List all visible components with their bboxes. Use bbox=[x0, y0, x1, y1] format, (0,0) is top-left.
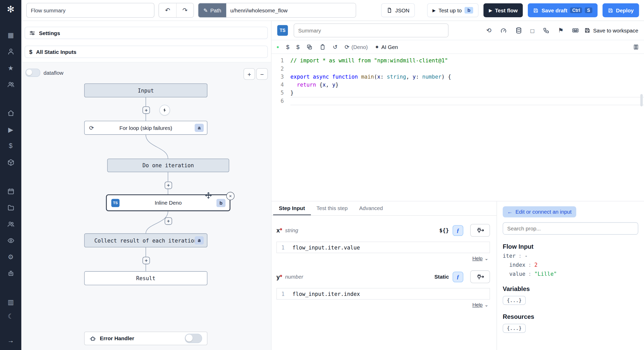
variables-object-chip[interactable]: {...} bbox=[503, 296, 526, 305]
tab-advanced[interactable]: Advanced bbox=[353, 201, 389, 215]
library-book-icon[interactable] bbox=[633, 44, 639, 50]
move-node-handle[interactable] bbox=[205, 192, 212, 199]
edit-connect-input-button[interactable]: ← Edit or connect an input bbox=[503, 206, 576, 217]
home-icon[interactable] bbox=[7, 109, 14, 117]
add-step-button[interactable]: + bbox=[142, 257, 150, 264]
all-static-inputs-button[interactable]: $ All Static Inputs bbox=[25, 46, 268, 58]
node-for-loop[interactable]: ⟳ For loop (skip failures) a bbox=[84, 121, 207, 135]
star-icon[interactable]: ★ bbox=[8, 64, 14, 72]
arg-expression-input[interactable]: 1 flow_input.iter.index bbox=[276, 288, 490, 300]
arg-expression-input[interactable]: 1 flow_input.iter.value bbox=[276, 241, 490, 253]
windmill-logo-icon[interactable]: ✻ bbox=[7, 4, 14, 15]
variables-dollar-icon[interactable]: $ bbox=[9, 142, 12, 150]
code-line[interactable]: } bbox=[290, 89, 644, 97]
node-result[interactable]: Result bbox=[84, 271, 207, 285]
audit-eye-icon[interactable] bbox=[7, 237, 14, 244]
flow-summary-input[interactable] bbox=[26, 3, 154, 18]
step-summary-input[interactable] bbox=[294, 23, 448, 37]
assets-dollar-icon[interactable]: $ bbox=[286, 44, 289, 50]
zoom-out-button[interactable]: − bbox=[256, 68, 268, 80]
workers-robot-icon[interactable] bbox=[7, 270, 14, 277]
reset-icon[interactable]: ↺ bbox=[333, 44, 338, 50]
copy-icon[interactable] bbox=[307, 44, 313, 50]
error-handler-toggle[interactable] bbox=[185, 334, 202, 343]
gauge-icon[interactable] bbox=[500, 27, 507, 34]
help-link[interactable]: Help bbox=[472, 256, 482, 261]
apps-grid-icon[interactable]: ▦ bbox=[7, 31, 14, 39]
connect-input-button[interactable] bbox=[470, 224, 490, 237]
code-line[interactable] bbox=[290, 97, 644, 105]
tab-step-input[interactable]: Step Input bbox=[273, 201, 311, 215]
resources-cube-icon[interactable] bbox=[7, 159, 14, 166]
save-to-workspace-button[interactable]: Save to workspace bbox=[584, 27, 638, 34]
code-line[interactable]: return {x, y} bbox=[290, 81, 644, 89]
connect-input-button[interactable] bbox=[470, 270, 490, 283]
prop-row-value[interactable]: value : "Lille" bbox=[503, 271, 638, 277]
help-link[interactable]: Help bbox=[472, 302, 482, 308]
zoom-in-button[interactable]: + bbox=[243, 68, 255, 80]
chevron-down-icon[interactable]: ⌄ bbox=[485, 256, 488, 261]
tab-test-this-step[interactable]: Test this step bbox=[311, 201, 353, 215]
add-step-button[interactable]: + bbox=[165, 217, 172, 225]
groups-icon[interactable] bbox=[7, 220, 14, 228]
test-flow-button[interactable]: ▶ Test flow bbox=[484, 3, 523, 17]
prop-row-iter[interactable]: iter : - bbox=[503, 253, 638, 259]
function-chip-icon[interactable]: ƒ bbox=[453, 271, 463, 282]
vars-dollar-icon[interactable]: $ bbox=[296, 44, 299, 50]
code-line[interactable] bbox=[290, 65, 644, 73]
tape-icon[interactable] bbox=[572, 27, 579, 34]
node-input[interactable]: Input bbox=[84, 84, 207, 97]
folders-icon[interactable] bbox=[7, 204, 14, 211]
docs-columns-icon[interactable]: ▥ bbox=[7, 298, 14, 306]
editor-header-icons: ⟲ □ ⚑ bbox=[486, 27, 579, 34]
static-mode-button[interactable]: Static bbox=[434, 274, 449, 280]
error-handler-row[interactable]: Error Handler bbox=[84, 332, 207, 345]
users-icon[interactable] bbox=[7, 80, 14, 88]
code-line[interactable]: // import * as wmill from "npm:windmill-… bbox=[290, 57, 644, 65]
delete-node-button[interactable]: × bbox=[226, 192, 235, 200]
expand-sidebar-icon[interactable]: → bbox=[7, 337, 14, 344]
flag-icon[interactable]: ⚑ bbox=[558, 27, 563, 34]
json-button[interactable]: JSON bbox=[381, 3, 415, 17]
path-edit-button[interactable]: ✎ Path bbox=[198, 3, 226, 17]
trigger-bolt-button[interactable] bbox=[159, 105, 170, 115]
clipboard-icon[interactable] bbox=[320, 44, 326, 50]
deploy-icon bbox=[608, 7, 613, 13]
redo-button[interactable]: ↷ bbox=[176, 3, 193, 17]
prop-row-index[interactable]: index : 2 bbox=[503, 262, 638, 268]
test-up-to-button[interactable]: ▶ Test up to b bbox=[427, 3, 479, 17]
reload-lang-button[interactable]: ⟳ (Deno) bbox=[345, 44, 368, 50]
code-line[interactable]: export async function main(x: string, y:… bbox=[290, 73, 644, 81]
runs-play-icon[interactable]: ▶ bbox=[8, 126, 13, 133]
dark-mode-moon-icon[interactable]: ☾ bbox=[8, 312, 14, 320]
restart-icon[interactable]: ⟲ bbox=[486, 27, 492, 34]
resources-object-chip[interactable]: {...} bbox=[503, 324, 526, 333]
call-phone-icon[interactable] bbox=[543, 27, 549, 34]
expr-mode-button[interactable]: ${} bbox=[439, 227, 449, 234]
save-draft-button[interactable]: Save draft Ctrl S bbox=[528, 3, 598, 17]
line-number: 2 bbox=[272, 65, 284, 73]
add-step-button[interactable]: + bbox=[165, 182, 172, 189]
chevron-down-icon[interactable]: ⌄ bbox=[485, 302, 488, 308]
editor-scrollbar[interactable] bbox=[640, 94, 643, 106]
concurrency-square-icon[interactable]: □ bbox=[530, 27, 534, 34]
back-arrow-icon: ← bbox=[507, 209, 513, 215]
search-prop-input[interactable] bbox=[503, 222, 638, 235]
code-editor[interactable]: 123456 // import * as wmill from "npm:wi… bbox=[272, 54, 644, 201]
dataflow-toggle[interactable] bbox=[26, 69, 40, 77]
add-step-button[interactable]: + bbox=[142, 106, 150, 114]
function-chip-icon[interactable]: ƒ bbox=[453, 225, 463, 236]
deploy-button[interactable]: Deploy bbox=[602, 3, 639, 17]
undo-button[interactable]: ↶ bbox=[159, 3, 176, 17]
step-content: x* string ${} ƒ bbox=[272, 216, 497, 308]
user-icon[interactable] bbox=[7, 48, 14, 55]
cache-database-icon[interactable] bbox=[515, 27, 522, 34]
flow-settings-button[interactable]: Settings bbox=[25, 27, 268, 39]
node-do-iteration[interactable]: Do one iteration bbox=[107, 159, 229, 172]
schedules-calendar-icon[interactable] bbox=[7, 187, 14, 195]
ai-gen-button[interactable]: ✦ AI Gen bbox=[375, 44, 398, 50]
path-input[interactable] bbox=[226, 3, 355, 17]
prop-separator: : bbox=[528, 271, 531, 277]
node-collect[interactable]: Collect result of each iteration a bbox=[84, 234, 207, 247]
settings-gear-icon[interactable]: ⚙ bbox=[8, 253, 14, 261]
